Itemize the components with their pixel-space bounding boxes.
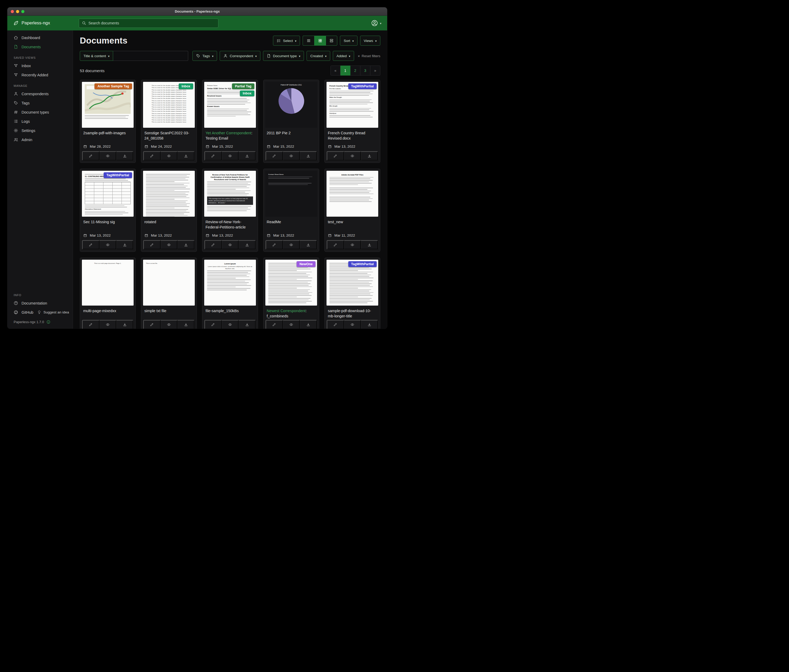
- download-button[interactable]: [116, 240, 133, 250]
- tags-filter-button[interactable]: Tags: [192, 51, 217, 61]
- document-card[interactable]: Patient BP Distribution 20112011 BP Pie …: [263, 80, 319, 163]
- document-card[interactable]: Adobe Acrobat PDF Filestest_newMar 11, 2…: [324, 169, 380, 252]
- view-detail-button[interactable]: [326, 36, 337, 46]
- sidebar-item-document-types[interactable]: Document types: [7, 108, 73, 117]
- preview-button[interactable]: [344, 320, 361, 329]
- document-title[interactable]: French Country Bread Revised.docx: [328, 131, 377, 141]
- reset-filters-button[interactable]: Reset filters: [357, 54, 380, 58]
- tag-badge[interactable]: TagWithPartial: [348, 261, 377, 267]
- preview-button[interactable]: [161, 240, 178, 250]
- download-button[interactable]: [239, 320, 256, 329]
- download-button[interactable]: [361, 240, 378, 250]
- close-window-button[interactable]: [11, 10, 14, 13]
- document-thumbnail[interactable]: Review of New York Federal Petitions for…: [204, 171, 256, 217]
- document-thumbnail[interactable]: This is a test file.: [143, 260, 195, 306]
- views-button[interactable]: Views: [360, 36, 380, 46]
- document-thumbnail[interactable]: This is a multi page document. Page 1.: [82, 260, 134, 306]
- download-button[interactable]: [239, 240, 256, 250]
- correspondent-filter-button[interactable]: Correspondent: [220, 51, 260, 61]
- download-button[interactable]: [361, 320, 378, 329]
- preview-button[interactable]: [283, 240, 300, 250]
- document-title[interactable]: Newest Correspondent: f_combineds: [267, 308, 316, 319]
- document-card[interactable]: This is a test file.simple txt file: [141, 258, 197, 329]
- preview-button[interactable]: [99, 240, 117, 250]
- document-title[interactable]: multi-page-mixedxx: [83, 308, 132, 314]
- edit-button[interactable]: [204, 151, 222, 161]
- pagination-page-2[interactable]: 2: [350, 65, 360, 76]
- edit-button[interactable]: [82, 240, 99, 250]
- pagination-page-1[interactable]: 1: [340, 65, 350, 76]
- document-thumbnail[interactable]: Contact Sheet Demo: [265, 171, 317, 217]
- pagination-page-3[interactable]: 3: [360, 65, 371, 76]
- document-thumbnail[interactable]: Lorem ipsumLorem ipsum dolor sit amet, c…: [204, 260, 256, 306]
- document-thumbnail[interactable]: This is a test for the double space char…: [143, 82, 195, 128]
- document-thumbnail[interactable]: Patient BP Distribution 2011: [265, 82, 317, 128]
- filter-text-input[interactable]: [113, 51, 188, 61]
- edit-button[interactable]: [204, 320, 222, 329]
- document-title[interactable]: Review-of-New-York-Federal-Petitions-art…: [206, 219, 255, 230]
- document-title[interactable]: Sonstige ScanPC2022 03-24_081058: [144, 131, 193, 141]
- edit-button[interactable]: [143, 320, 161, 329]
- tag-badge[interactable]: NewOne: [297, 261, 316, 267]
- document-card[interactable]: This is a test for the double space char…: [141, 80, 197, 163]
- sidebar-item-dashboard[interactable]: Dashboard: [7, 33, 73, 42]
- preview-button[interactable]: [222, 151, 239, 161]
- document-thumbnail[interactable]: [143, 171, 195, 217]
- user-menu[interactable]: [371, 20, 382, 27]
- download-button[interactable]: [300, 320, 317, 329]
- document-card[interactable]: TagWithPartialsample-pdf-download-10-mb-…: [324, 258, 380, 329]
- document-card[interactable]: This is a multi page document. Page 1.mu…: [80, 258, 136, 329]
- document-title[interactable]: Yet Another Correspondent: Testing Email: [206, 131, 255, 141]
- document-card[interactable]: Release NotesSimba ODBC Driver for SQL S…: [202, 80, 258, 163]
- download-button[interactable]: [177, 240, 195, 250]
- document-card[interactable]: Review of New York Federal Petitions for…: [202, 169, 258, 252]
- document-title[interactable]: file-sample_150kBs: [206, 308, 255, 314]
- document-title[interactable]: rotated: [144, 219, 193, 225]
- document-thumbnail[interactable]: Release NotesSimba ODBC Driver for SQL S…: [204, 82, 256, 128]
- sidebar-item-recently-added[interactable]: Recently Added: [7, 70, 73, 80]
- title-content-dropdown[interactable]: Title & content: [80, 51, 113, 61]
- pagination-next[interactable]: »: [371, 65, 380, 76]
- document-card[interactable]: 11. CONTINUING MEDICAL EDUCAAttestation …: [80, 169, 136, 252]
- edit-button[interactable]: [143, 151, 161, 161]
- document-title[interactable]: test_new: [328, 219, 377, 225]
- document-card[interactable]: French Country BreadFor the Leaven:Make …: [324, 80, 380, 163]
- preview-button[interactable]: [344, 240, 361, 250]
- document-title[interactable]: 2011 BP Pie 2: [267, 131, 316, 135]
- download-button[interactable]: [300, 151, 317, 161]
- edit-button[interactable]: [82, 320, 99, 329]
- document-card[interactable]: NewOneNewest Correspondent: f_combineds: [263, 258, 319, 329]
- tag-badge[interactable]: Another Sample Tag: [94, 83, 132, 89]
- tag-badge[interactable]: Inbox: [240, 91, 254, 96]
- preview-button[interactable]: [283, 320, 300, 329]
- tag-badge[interactable]: TagWithPartial: [348, 83, 377, 89]
- download-button[interactable]: [300, 240, 317, 250]
- pagination-prev[interactable]: «: [331, 65, 340, 76]
- document-title[interactable]: 2sample-pdf-with-images: [83, 131, 132, 135]
- document-thumbnail[interactable]: French Country BreadFor the Leaven:Make …: [326, 82, 378, 128]
- preview-button[interactable]: [161, 320, 178, 329]
- edit-button[interactable]: [204, 240, 222, 250]
- download-button[interactable]: [116, 320, 133, 329]
- document-card[interactable]: Another Sample Tag2sample-pdf-with-image…: [80, 80, 136, 163]
- edit-button[interactable]: [266, 240, 283, 250]
- sidebar-item-settings[interactable]: Settings: [7, 126, 73, 135]
- download-button[interactable]: [361, 151, 378, 161]
- document-card[interactable]: Lorem ipsumLorem ipsum dolor sit amet, c…: [202, 258, 258, 329]
- minimize-window-button[interactable]: [16, 10, 19, 13]
- edit-button[interactable]: [327, 240, 344, 250]
- info-icon[interactable]: [46, 320, 50, 324]
- preview-button[interactable]: [344, 151, 361, 161]
- document-thumbnail[interactable]: Another Sample Tag: [82, 82, 134, 128]
- preview-button[interactable]: [161, 151, 178, 161]
- sidebar-item-inbox[interactable]: Inbox: [7, 61, 73, 70]
- sidebar-item-logs[interactable]: Logs: [7, 117, 73, 126]
- suggest-idea-link[interactable]: Suggest an idea: [37, 310, 69, 314]
- brand[interactable]: Paperless-ngx: [13, 20, 79, 26]
- download-button[interactable]: [239, 151, 256, 161]
- document-thumbnail[interactable]: Adobe Acrobat PDF Files: [326, 171, 378, 217]
- edit-button[interactable]: [327, 151, 344, 161]
- download-button[interactable]: [177, 320, 195, 329]
- view-list-button[interactable]: [303, 36, 314, 46]
- sort-button[interactable]: Sort: [340, 36, 357, 46]
